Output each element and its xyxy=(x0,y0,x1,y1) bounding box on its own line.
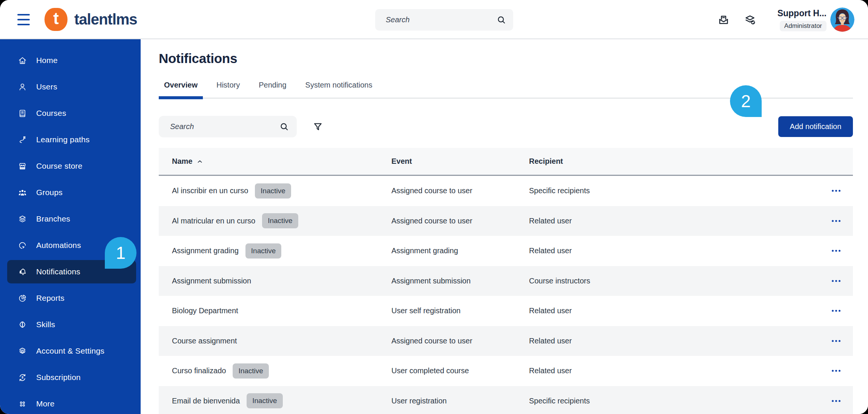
sidebar-item-branches[interactable]: Branches xyxy=(0,206,141,232)
app-window: t talentlms Support H... Administrator xyxy=(0,0,868,414)
table-row[interactable]: Email de bienvenida Inactive User regist… xyxy=(159,386,853,414)
table-search-input[interactable] xyxy=(170,122,279,131)
filter-icon[interactable] xyxy=(313,122,323,132)
subscription-icon: $ xyxy=(18,373,27,382)
tab-pending[interactable]: Pending xyxy=(253,81,291,98)
notifications-icon xyxy=(18,267,27,277)
add-notification-button[interactable]: Add notification xyxy=(778,116,853,137)
status-badge: Inactive xyxy=(262,213,298,228)
row-actions-ellipsis-icon[interactable] xyxy=(819,186,853,195)
notification-event: Assigned course to user xyxy=(391,186,529,195)
notifications-table: NameEventRecipient Al inscribir en un cu… xyxy=(159,148,853,414)
home-icon xyxy=(18,56,27,65)
courses-icon xyxy=(18,109,27,118)
sidebar-item-reports[interactable]: Reports xyxy=(0,285,141,311)
tutorial-step-1-callout: 1 xyxy=(105,237,136,269)
sidebar-item-groups[interactable]: Groups xyxy=(0,179,141,206)
hamburger-menu-icon[interactable] xyxy=(17,14,30,25)
notification-event: User registration xyxy=(391,397,529,405)
user-name: Support H... xyxy=(778,8,827,18)
branches-icon xyxy=(18,214,27,224)
table-row[interactable]: Assignment grading Inactive Assignment g… xyxy=(159,236,853,266)
notification-recipient: Specific recipients xyxy=(529,397,819,405)
notification-event: Assignment submission xyxy=(391,277,529,285)
notification-recipient: Course instructors xyxy=(529,277,819,285)
table-row[interactable]: Curso finalizado Inactive User completed… xyxy=(159,356,853,386)
table-row[interactable]: Assignment submission Assignment submiss… xyxy=(159,266,853,296)
row-actions-ellipsis-icon[interactable] xyxy=(819,396,853,406)
row-actions-ellipsis-icon[interactable] xyxy=(819,336,853,346)
notification-name: Course assignment xyxy=(172,337,237,345)
users-icon xyxy=(18,82,27,92)
sidebar-item-courses[interactable]: Courses xyxy=(0,100,141,126)
row-actions-ellipsis-icon[interactable] xyxy=(819,366,853,376)
notification-name: Al matricular en un curso xyxy=(172,217,255,225)
talentlms-logo[interactable]: t talentlms xyxy=(44,8,137,31)
notification-recipient: Related user xyxy=(529,366,819,375)
sidebar-item-course-store[interactable]: Course store xyxy=(0,153,141,179)
sidebar-item-users[interactable]: Users xyxy=(0,74,141,100)
notification-event: Assigned course to user xyxy=(391,217,529,225)
column-header-recipient[interactable]: Recipient xyxy=(529,157,819,166)
skills-icon xyxy=(18,320,27,329)
row-actions-ellipsis-icon[interactable] xyxy=(819,306,853,316)
table-row[interactable]: Al matricular en un curso Inactive Assig… xyxy=(159,206,853,236)
table-row[interactable]: Course assignment Assigned course to use… xyxy=(159,326,853,356)
notification-recipient: Specific recipients xyxy=(529,186,819,195)
notification-name: Biology Department xyxy=(172,306,238,315)
sidebar-item-learning-paths[interactable]: Learning paths xyxy=(0,126,141,153)
tab-system-notifications[interactable]: System notifications xyxy=(300,81,378,98)
row-actions-ellipsis-icon[interactable] xyxy=(819,216,853,226)
sidebar: Home Users Courses Learning paths Course… xyxy=(0,39,141,414)
status-badge: Inactive xyxy=(247,393,282,408)
search-icon[interactable] xyxy=(496,15,506,25)
avatar[interactable] xyxy=(830,8,854,32)
tab-history[interactable]: History xyxy=(211,81,245,98)
logo-mark: t xyxy=(44,8,67,31)
table-row[interactable]: Al inscribir en un curso Inactive Assign… xyxy=(159,176,853,206)
column-header-event[interactable]: Event xyxy=(391,157,529,166)
course-store-icon xyxy=(18,162,27,171)
notification-name: Assignment grading xyxy=(172,246,239,255)
notification-recipient: Related user xyxy=(529,337,819,345)
status-badge: Inactive xyxy=(245,243,281,259)
logo-wordmark: talentlms xyxy=(74,11,137,28)
notification-event: Assigned course to user xyxy=(391,337,529,345)
layers-check-icon[interactable] xyxy=(744,14,756,26)
sort-ascending-icon[interactable] xyxy=(196,158,204,165)
row-actions-ellipsis-icon[interactable] xyxy=(819,246,853,255)
reports-icon xyxy=(18,294,27,303)
notification-name: Email de bienvenida xyxy=(172,397,240,405)
sidebar-item-subscription[interactable]: $ Subscription xyxy=(0,364,141,391)
row-actions-ellipsis-icon[interactable] xyxy=(819,276,853,286)
notification-event: User self registration xyxy=(391,306,529,315)
global-search-input[interactable] xyxy=(386,15,496,24)
groups-icon xyxy=(18,188,27,197)
page-title: Notifications xyxy=(159,51,868,66)
notification-name: Assignment submission xyxy=(172,277,251,285)
sidebar-item-more[interactable]: More xyxy=(0,391,141,414)
automations-icon xyxy=(18,241,27,250)
status-badge: Inactive xyxy=(255,183,291,199)
notification-event: User completed course xyxy=(391,366,529,375)
search-icon[interactable] xyxy=(279,122,289,132)
table-header: NameEventRecipient xyxy=(159,148,853,176)
table-search xyxy=(159,116,297,137)
notification-recipient: Related user xyxy=(529,246,819,255)
inbox-message-icon[interactable] xyxy=(717,14,730,26)
user-menu[interactable]: Support H... Administrator xyxy=(778,0,827,39)
global-search xyxy=(375,9,513,31)
tab-overview[interactable]: Overview xyxy=(159,81,203,98)
learning-paths-icon xyxy=(18,135,27,145)
sidebar-item-account-settings[interactable]: Account & Settings xyxy=(0,338,141,364)
table-row[interactable]: Biology Department User self registratio… xyxy=(159,296,853,326)
more-icon xyxy=(18,399,27,409)
user-role-badge: Administrator xyxy=(780,21,827,31)
notification-recipient: Related user xyxy=(529,217,819,225)
table-controls: Add notification xyxy=(159,116,853,137)
notification-name: Curso finalizado xyxy=(172,366,226,375)
column-header-name[interactable]: Name xyxy=(159,157,391,166)
sidebar-item-home[interactable]: Home xyxy=(0,47,141,74)
notification-event: Assignment grading xyxy=(391,246,529,255)
sidebar-item-skills[interactable]: Skills xyxy=(0,311,141,338)
